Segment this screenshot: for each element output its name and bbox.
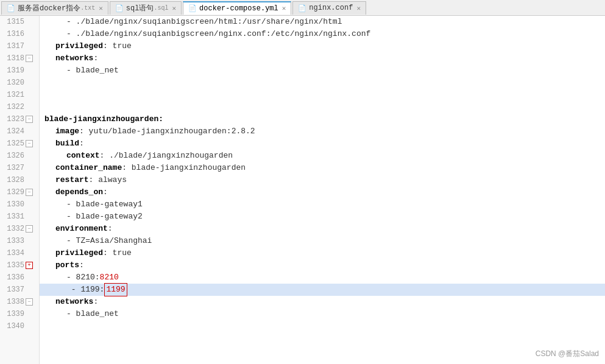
line-number: 1326 (7, 150, 24, 162)
code-line-1333: - TZ=Asia/Shanghai (40, 235, 605, 247)
code-line-1329: depends_on: (40, 186, 605, 198)
gutter-line-1320: 1320 (0, 77, 35, 89)
code-key: environment (55, 223, 108, 235)
tab-close-icon[interactable]: ✕ (282, 4, 286, 12)
code-line-1328: restart: always (40, 174, 605, 186)
line-number: 1324 (7, 125, 24, 138)
fold-icon[interactable]: − (26, 55, 33, 62)
line-number: 1340 (7, 320, 24, 332)
line-number: 1316 (7, 28, 24, 40)
code-key: depends_on (55, 186, 103, 198)
line-number: 1330 (7, 198, 24, 211)
tab-icon: 📄 (115, 4, 124, 12)
gutter-line-1339: 1339 (0, 308, 35, 320)
gutter-line-1316: 1316 (0, 28, 35, 40)
line-number: 1315 (7, 16, 24, 28)
fold-icon[interactable]: + (26, 262, 33, 269)
code-line-1316: - ./blade/nginx/suqianbigscreen/nginx.co… (40, 28, 605, 40)
tab-close-icon[interactable]: ✕ (356, 4, 361, 12)
code-value: : true (103, 40, 132, 52)
gutter-line-1334: 1334 (0, 247, 35, 259)
tab-icon: 📄 (298, 4, 306, 12)
code-line-1335: ports: (40, 259, 605, 271)
line-number: 1331 (7, 211, 24, 223)
code-line-1334: privileged: true (40, 247, 605, 259)
gutter-line-1321: 1321 (0, 89, 35, 101)
tab-close-icon[interactable]: ✕ (172, 4, 176, 12)
fold-icon[interactable]: − (26, 225, 33, 233)
tab-icon: 📄 (7, 4, 15, 12)
gutter-line-1333: 1333 (0, 235, 35, 247)
line-number: 1323 (7, 113, 24, 125)
code-key: container_name (55, 162, 122, 174)
tab-servers-docker[interactable]: 📄 服务器docker指令 .txt ✕ (1, 1, 108, 15)
gutter-line-1325: 1325− (0, 138, 35, 150)
line-number: 1338 (7, 296, 24, 308)
code-key: restart (55, 174, 89, 186)
line-number: 1325 (7, 138, 24, 150)
code-line-1318: networks: (40, 52, 605, 65)
gutter-line-1318: 1318− (0, 52, 35, 65)
code-line-1332: environment: (40, 223, 605, 235)
line-number: 1318 (7, 52, 24, 65)
code-value: : true (103, 247, 132, 259)
tab-nginx-conf[interactable]: 📄 nginx.conf ✕ (292, 1, 366, 15)
tab-icon: 📄 (188, 4, 197, 12)
line-number: 1321 (7, 89, 24, 101)
line-number: 1320 (7, 77, 24, 89)
code-text: - blade_net (66, 65, 119, 77)
code-text: blade-jiangxinzhougarden: (44, 113, 163, 125)
code-value: : always (89, 174, 127, 186)
code-line-1317: privileged: true (40, 40, 605, 52)
code-text: - blade-gateway2 (66, 211, 143, 223)
code-key: image (55, 125, 79, 138)
code-text: - blade-gateway1 (66, 198, 143, 211)
gutter-line-1338: 1338− (0, 296, 35, 308)
tab-sql[interactable]: 📄 sql语句 .sql ✕ (110, 1, 182, 15)
line-number: 1329 (7, 186, 24, 198)
code-value: : (79, 259, 84, 271)
code-value: : yutu/blade-jiangxinzhougarden:2.8.2 (79, 125, 255, 138)
line-number: 1317 (7, 40, 24, 52)
gutter-line-1329: 1329− (0, 186, 35, 198)
code-key: privileged (55, 40, 103, 52)
code-text: - 8210: (66, 271, 100, 284)
gutter-line-1317: 1317 (0, 40, 35, 52)
line-number: 1328 (7, 174, 24, 186)
gutter-line-1328: 1328 (0, 174, 35, 186)
line-number: 1334 (7, 247, 24, 259)
gutter-line-1324: 1324 (0, 125, 35, 138)
code-value: : (79, 138, 84, 150)
gutter-line-1330: 1330 (0, 198, 35, 211)
gutter-line-1322: 1322 (0, 101, 35, 113)
gutter-line-1336: 1336 (0, 271, 35, 284)
line-number: 1337 (7, 284, 24, 296)
gutter-line-1327: 1327 (0, 162, 35, 174)
code-key: networks (55, 296, 93, 308)
code-key: networks (55, 52, 93, 65)
code-line-1319: - blade_net (40, 65, 605, 77)
code-key: context (66, 150, 100, 162)
code-line-1326: context: ./blade/jiangxinzhougarden (40, 150, 605, 162)
port-box-value: 1199 (104, 283, 127, 296)
line-number: 1319 (7, 65, 24, 77)
code-line-1340 (40, 320, 605, 332)
fold-icon[interactable]: − (26, 140, 33, 147)
gutter-line-1331: 1331 (0, 211, 35, 223)
gutter-line-1323: 1323− (0, 113, 35, 125)
code-text: - TZ=Asia/Shanghai (66, 235, 152, 247)
tab-close-icon[interactable]: ✕ (99, 4, 103, 12)
gutter-line-1319: 1319 (0, 65, 35, 77)
tab-label: docker-compose.yml (199, 4, 278, 13)
code-line-1315: - ./blade/nginx/suqianbigscreen/html:/us… (40, 16, 605, 28)
line-number-gutter: 1315131613171318−13191320132113221323−13… (0, 16, 40, 364)
line-number: 1332 (7, 223, 24, 235)
code-key: privileged (55, 247, 103, 259)
code-text: - 1199: (66, 284, 104, 296)
fold-icon[interactable]: − (26, 116, 33, 123)
fold-icon[interactable]: − (26, 298, 33, 306)
tab-docker-compose[interactable]: 📄 docker-compose.yml ✕ (183, 1, 291, 15)
fold-icon[interactable]: − (26, 189, 33, 196)
watermark: CSDN @番茄Salad (536, 349, 599, 359)
gutter-line-1315: 1315 (0, 16, 35, 28)
